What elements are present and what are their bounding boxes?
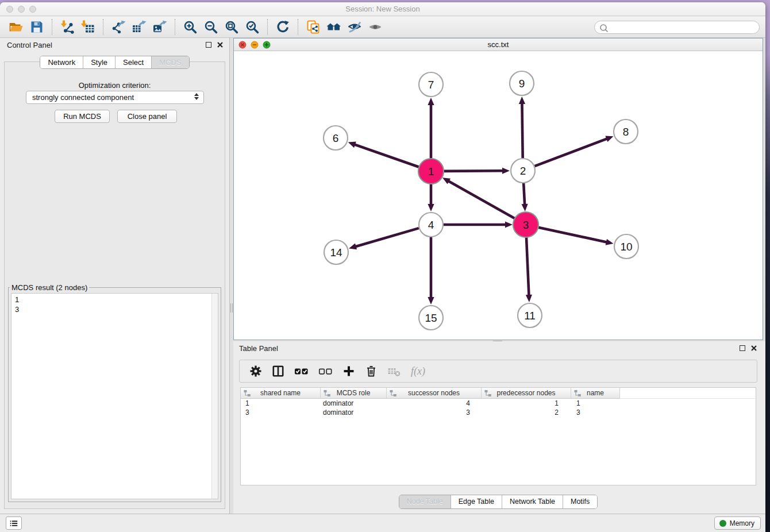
memory-status-dot — [719, 520, 726, 527]
export-table-button[interactable] — [129, 18, 149, 36]
refresh-icon — [275, 20, 290, 34]
refresh-network-button[interactable] — [272, 18, 293, 36]
table-panel-title: Table Panel — [239, 341, 278, 356]
cell[interactable]: 3 — [387, 408, 482, 417]
edge-arrowhead — [348, 142, 356, 148]
open-session-button[interactable] — [6, 18, 26, 36]
import-network-button[interactable] — [57, 18, 78, 36]
table-row[interactable]: 1dominator411 — [241, 399, 756, 408]
column-type-icon — [484, 390, 492, 397]
search-input[interactable] — [610, 22, 754, 33]
cell[interactable]: 1 — [241, 399, 321, 407]
cell[interactable]: 2 — [482, 408, 571, 417]
network-view-window: scc.txt 7968124314101511 — [233, 38, 763, 340]
zoom-out-button[interactable] — [201, 18, 221, 36]
column-selector-button[interactable] — [272, 365, 284, 377]
column-header-name[interactable]: name — [571, 388, 620, 399]
save-floppy-icon — [29, 20, 44, 34]
column-header-shared-name[interactable]: shared name — [241, 388, 321, 399]
tab-style[interactable]: Style — [83, 56, 116, 68]
cell[interactable]: 3 — [571, 408, 620, 417]
column-type-icon — [390, 390, 397, 397]
vertical-splitter-handle[interactable] — [230, 303, 233, 313]
clone-network-button[interactable] — [303, 18, 324, 36]
graph-node-label: 1 — [428, 165, 434, 178]
close-table-panel-icon[interactable] — [750, 345, 757, 352]
run-mcds-button[interactable]: Run MCDS — [55, 110, 110, 123]
table-tab-node-table[interactable]: Node Table — [399, 495, 451, 508]
import-table-button[interactable] — [78, 18, 98, 36]
zoom-in-button[interactable] — [180, 18, 201, 36]
close-panel-icon[interactable] — [217, 41, 224, 48]
show-all-button[interactable] — [365, 18, 386, 36]
edge-3-1[interactable] — [448, 181, 515, 219]
tab-mcds[interactable]: MCDS — [152, 56, 188, 68]
export-network-button[interactable] — [108, 18, 129, 36]
table-tab-motifs[interactable]: Motifs — [563, 495, 597, 508]
edge-arrowhead — [428, 98, 434, 105]
app-window: Session: New Session — [0, 2, 765, 532]
edge-2-9[interactable] — [522, 103, 522, 158]
criterion-dropdown[interactable]: strongly connected component — [26, 91, 204, 104]
delete-table-icon — [387, 365, 401, 377]
delete-table-button[interactable] — [387, 365, 401, 377]
function-builder-button[interactable]: f(x) — [410, 365, 431, 377]
node-table[interactable]: shared nameMCDS rolesuccessor nodesprede… — [240, 387, 756, 485]
zoom-fit-button[interactable] — [221, 18, 242, 36]
edge-3-11[interactable] — [526, 237, 529, 296]
edge-1-6[interactable] — [354, 144, 419, 167]
edge-arrowhead — [349, 244, 357, 250]
cell[interactable]: 1 — [482, 399, 571, 407]
tab-select[interactable]: Select — [116, 56, 152, 68]
search-field[interactable] — [594, 21, 760, 34]
float-table-panel-icon[interactable] — [740, 345, 745, 351]
float-panel-icon[interactable] — [206, 42, 211, 48]
table-toolbar: f(x) — [239, 360, 757, 383]
graph-node-label: 9 — [519, 78, 525, 90]
column-header-successor-nodes[interactable]: successor nodes — [387, 388, 482, 399]
edge-2-3[interactable] — [523, 183, 525, 205]
network-canvas-svg[interactable]: 7968124314101511 — [234, 51, 763, 340]
table-row[interactable]: 3dominator323 — [241, 408, 756, 417]
cell[interactable]: 3 — [241, 408, 321, 417]
column-header-MCDS-role[interactable]: MCDS role — [321, 388, 387, 399]
table-tab-edge-table[interactable]: Edge Table — [451, 495, 502, 508]
save-session-button[interactable] — [26, 18, 47, 36]
hide-selected-button[interactable] — [344, 18, 365, 36]
table-settings-button[interactable] — [249, 365, 262, 377]
graph-node-label: 2 — [520, 165, 526, 177]
export-image-button[interactable] — [149, 18, 170, 36]
graph-node-label: 7 — [428, 79, 434, 91]
memory-button[interactable]: Memory — [714, 516, 761, 530]
close-panel-button[interactable]: Close panel — [117, 110, 177, 123]
edge-4-14[interactable] — [355, 228, 419, 246]
edge-1-2[interactable] — [444, 171, 503, 171]
window-title: Session: New Session — [0, 2, 765, 16]
mcds-result-box: MCDS result (2 nodes) 1 3 — [8, 283, 221, 502]
cell[interactable]: dominator — [321, 408, 387, 417]
result-scrollbar[interactable] — [211, 294, 218, 499]
mcds-result-textarea[interactable]: 1 3 — [11, 293, 218, 499]
add-column-button[interactable] — [342, 365, 355, 377]
edge-arrowhead — [605, 136, 613, 142]
tab-network[interactable]: Network — [40, 56, 83, 68]
task-history-button[interactable] — [6, 516, 22, 530]
plus-icon — [342, 365, 355, 377]
cell[interactable]: 4 — [387, 399, 482, 407]
table-panel-tabs: Node TableEdge TableNetwork TableMotifs — [399, 495, 598, 509]
import-table-icon — [80, 20, 95, 34]
table-panel: Table Panel — [233, 341, 765, 514]
app-titlebar: Session: New Session — [0, 2, 765, 16]
cell[interactable]: 1 — [571, 399, 620, 407]
zoom-selected-button[interactable] — [242, 18, 263, 36]
edge-2-8[interactable] — [535, 138, 608, 166]
cell[interactable]: dominator — [321, 399, 387, 407]
delete-column-button[interactable] — [365, 365, 378, 377]
deselect-all-button[interactable] — [318, 365, 333, 377]
select-all-button[interactable] — [294, 365, 309, 377]
toolbar-separator — [52, 19, 52, 35]
table-tab-network-table[interactable]: Network Table — [502, 495, 563, 508]
edge-3-10[interactable] — [538, 228, 607, 242]
first-neighbors-button[interactable] — [324, 18, 344, 36]
column-header-predecessor-nodes[interactable]: predecessor nodes — [482, 388, 571, 399]
